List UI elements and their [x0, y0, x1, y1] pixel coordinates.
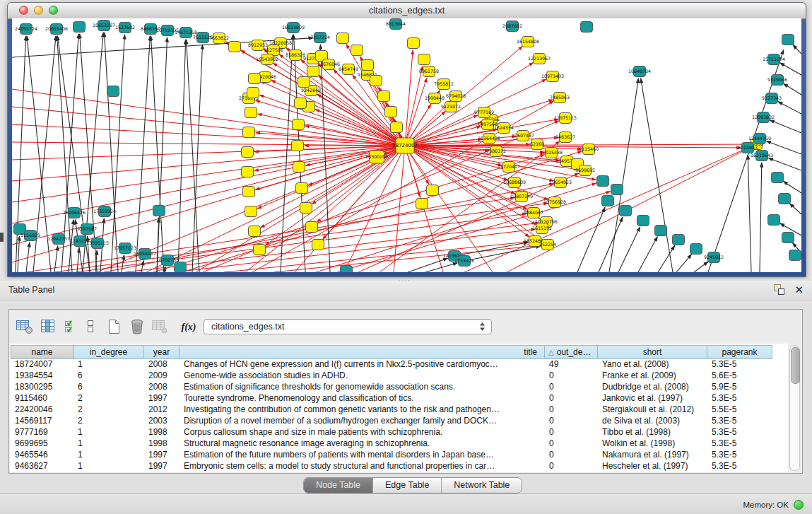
- graph-node[interactable]: [245, 107, 257, 118]
- table-row[interactable]: 977716911998Corpus callosum shape and si…: [11, 427, 788, 438]
- graph-edge[interactable]: [793, 45, 801, 54]
- graph-node[interactable]: [351, 45, 363, 56]
- graph-node[interactable]: [249, 74, 261, 84]
- window-titlebar[interactable]: citations_edges.txt: [8, 3, 806, 19]
- graph-node[interactable]: [229, 42, 241, 52]
- graph-edge[interactable]: [760, 163, 762, 272]
- graph-edge[interactable]: [748, 155, 751, 272]
- graph-edge[interactable]: [105, 33, 118, 272]
- graph-edge[interactable]: [12, 146, 405, 202]
- graph-edge[interactable]: [784, 83, 801, 95]
- graph-edge[interactable]: [676, 255, 692, 272]
- graph-node[interactable]: [73, 22, 86, 33]
- graph-edge[interactable]: [18, 236, 20, 272]
- graph-node[interactable]: [362, 60, 374, 71]
- graph-edge[interactable]: [618, 227, 640, 272]
- graph-node[interactable]: [408, 38, 420, 49]
- graph-edge[interactable]: [780, 63, 801, 75]
- table-scrollbar-thumb[interactable]: [791, 347, 800, 384]
- graph-node[interactable]: [293, 162, 305, 173]
- graph-node[interactable]: [611, 185, 623, 195]
- graph-edge[interactable]: [770, 120, 801, 133]
- column-header-short[interactable]: short: [598, 345, 707, 359]
- graph-edge[interactable]: [694, 262, 708, 272]
- graph-node[interactable]: [637, 216, 649, 226]
- graph-node[interactable]: [581, 22, 593, 33]
- graph-node[interactable]: [768, 215, 780, 226]
- graph-node[interactable]: [385, 107, 397, 117]
- graph-node[interactable]: [247, 88, 259, 98]
- graph-node[interactable]: [306, 222, 318, 233]
- graph-node[interactable]: [295, 98, 307, 109]
- table-row[interactable]: 1456911722003Disruption of a novel membe…: [11, 416, 788, 427]
- graph-node[interactable]: [296, 183, 308, 194]
- graph-node[interactable]: [307, 66, 319, 77]
- table-panel-titlebar[interactable]: Table Panel ✕: [0, 281, 812, 300]
- graph-node[interactable]: [789, 250, 801, 261]
- network-view-canvas[interactable]: 1872400718300295891295318226058912750681…: [12, 18, 801, 272]
- graph-node[interactable]: [782, 233, 794, 243]
- graph-edge[interactable]: [405, 50, 413, 146]
- float-panel-icon[interactable]: [774, 284, 784, 295]
- graph-edge[interactable]: [146, 146, 405, 272]
- graph-node[interactable]: [378, 91, 390, 102]
- graph-node[interactable]: [242, 147, 254, 158]
- graph-node[interactable]: [254, 245, 266, 255]
- graph-node[interactable]: [341, 266, 353, 273]
- select-columns-button[interactable]: [62, 318, 82, 337]
- graph-node[interactable]: [597, 176, 609, 187]
- table-settings-button[interactable]: [15, 318, 35, 337]
- graph-edge[interactable]: [638, 237, 657, 272]
- graph-node[interactable]: [243, 187, 255, 197]
- graph-node[interactable]: [772, 173, 784, 183]
- close-panel-icon[interactable]: ✕: [794, 284, 804, 295]
- graph-edge[interactable]: [405, 78, 427, 146]
- graph-node[interactable]: [602, 196, 614, 206]
- graph-edge[interactable]: [153, 155, 544, 272]
- graph-edge[interactable]: [609, 78, 639, 272]
- graph-node[interactable]: [337, 33, 349, 44]
- column-header-out_degree[interactable]: △out_de…: [545, 345, 598, 359]
- graph-edge[interactable]: [12, 146, 405, 245]
- new-table-button[interactable]: [104, 318, 124, 337]
- minimize-window-button[interactable]: [34, 6, 43, 15]
- graph-node[interactable]: [779, 194, 791, 204]
- graph-edge[interactable]: [577, 207, 605, 272]
- graph-node[interactable]: [391, 122, 403, 133]
- zoom-window-button[interactable]: [49, 6, 58, 15]
- close-window-button[interactable]: [19, 6, 28, 15]
- tab-network-table[interactable]: Network Table: [441, 478, 522, 493]
- table-row[interactable]: 946554611997Estimation of the future num…: [11, 450, 788, 461]
- tab-edge-table[interactable]: Edge Table: [372, 478, 441, 493]
- table-row[interactable]: 1830029562008Estimation of significance …: [11, 382, 788, 393]
- graph-node[interactable]: [690, 244, 702, 255]
- graph-node[interactable]: [243, 127, 255, 138]
- table-row[interactable]: 1872400712008Changes of HCN gene express…: [11, 359, 788, 370]
- graph-node[interactable]: [245, 206, 257, 217]
- table-row[interactable]: 911546021997Tourette syndrome. Phenomeno…: [11, 393, 788, 404]
- graph-node[interactable]: [418, 54, 430, 65]
- table-row[interactable]: 2242004622012Investigating the contribut…: [11, 404, 788, 416]
- graph-node[interactable]: [298, 77, 310, 88]
- graph-node[interactable]: [370, 76, 382, 86]
- graph-node[interactable]: [107, 86, 119, 97]
- graph-edge[interactable]: [783, 181, 801, 193]
- graph-node[interactable]: [242, 167, 254, 177]
- graph-edge[interactable]: [641, 78, 673, 272]
- table-scrollbar[interactable]: [789, 345, 800, 471]
- graph-edge[interactable]: [394, 146, 405, 272]
- graph-node[interactable]: [427, 185, 439, 196]
- column-header-name[interactable]: name: [11, 345, 73, 359]
- table-row[interactable]: 1938455462009Genome-wide association stu…: [11, 370, 788, 382]
- graph-edge[interactable]: [245, 146, 405, 272]
- table-row[interactable]: 946362711997Embryonic stem cells: a mode…: [11, 461, 788, 472]
- graph-node[interactable]: [292, 141, 304, 151]
- graph-node[interactable]: [175, 262, 187, 273]
- column-header-in_degree[interactable]: in_degree: [73, 345, 144, 359]
- graph-node[interactable]: [673, 235, 685, 245]
- table-row[interactable]: 969969511998Structural magnetic resonanc…: [11, 438, 788, 450]
- graph-edge[interactable]: [136, 36, 150, 272]
- show-column-button[interactable]: [38, 318, 58, 337]
- graph-node[interactable]: [293, 119, 305, 130]
- graph-edge[interactable]: [789, 204, 801, 214]
